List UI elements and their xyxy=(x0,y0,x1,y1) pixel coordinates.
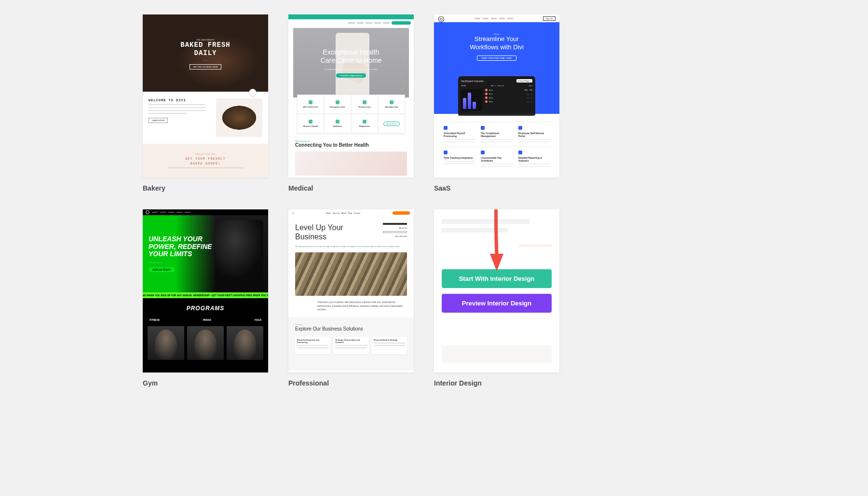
medical-bottom-image xyxy=(295,152,407,176)
medical-hero-sub: Providing world-class medical services t… xyxy=(325,68,377,70)
womens-health-icon xyxy=(309,120,312,124)
template-card-bakery[interactable]: ◎ Home About Menu Shop Blog Contact 📞 (5… xyxy=(143,14,268,192)
template-card-gym[interactable]: UNLEASH YOUR POWER, REDEFINE YOUR LIMITS… xyxy=(143,209,268,387)
pro-nav: ◎ Home Services About Blog Contact xyxy=(288,209,414,216)
saas-signup-button: Sign Up xyxy=(543,16,556,21)
feature-icon xyxy=(481,151,485,154)
bakery-bread-image xyxy=(216,98,262,137)
pro-side-label: About Us xyxy=(399,227,407,229)
saas-feature: Automated Payroll Processing xyxy=(444,132,475,138)
template-label-gym: Gym xyxy=(143,379,268,387)
bakery-stamp-icon xyxy=(249,89,257,96)
saas-feature: Time Tracking Integration xyxy=(444,156,475,159)
bakery-bottom: ORDER ONLINE GET YOUR FRESHLY BAKED GOOD… xyxy=(143,144,268,178)
feature-icon xyxy=(481,126,485,130)
template-thumb-professional[interactable]: ◎ Home Services About Blog Contact Level… xyxy=(288,209,414,372)
template-thumb-medical[interactable]: Exceptional Health Care Close to Home Pr… xyxy=(288,14,414,178)
template-thumb-saas[interactable]: ◎ Sign Up — Easy — Streamline Your Workf… xyxy=(434,14,559,178)
specialty-icon xyxy=(390,100,393,104)
feature-icon xyxy=(518,151,522,154)
gym-hero: UNLEASH YOUR POWER, REDEFINE YOUR LIMITS… xyxy=(143,215,268,292)
saas-feature: Tax Compliance Management xyxy=(481,132,512,138)
gym-tab: PRESS xyxy=(203,318,211,321)
medical-hero-title: Exceptional Health Care Close to Home xyxy=(321,48,382,65)
template-label-saas: SaaS xyxy=(434,184,559,192)
template-thumb-interior-design[interactable]: Start With Interior Design Preview Inter… xyxy=(434,209,559,372)
feature-icon xyxy=(444,126,448,130)
template-card-medical[interactable]: Exceptional Health Care Close to Home Pr… xyxy=(288,14,414,192)
template-card-interior-design[interactable]: Start With Interior Design Preview Inter… xyxy=(434,209,559,387)
feature-icon xyxy=(444,151,448,154)
bakery-hero-title: BAKED FRESH DAILY xyxy=(180,41,230,57)
saas-laptop-mockup: Dashboard Overview Create Report 820M Ma… xyxy=(458,76,535,116)
pro-hero-sub: We help your business succeed through th… xyxy=(288,245,414,248)
saas-dash-range: Mar 1 – Mar 14 xyxy=(491,84,504,87)
medical-cell: 24/7 Virtual Care xyxy=(303,106,318,108)
saas-nav: ◎ Sign Up xyxy=(434,14,559,22)
gym-tabs: FITNESS PRESS YOGA xyxy=(148,318,263,321)
medical-nav-cta-button xyxy=(392,21,411,25)
gym-program-image xyxy=(227,326,263,360)
pro-card: Brand Development and Positioning xyxy=(297,339,328,344)
medical-hero: Exceptional Health Care Close to Home Pr… xyxy=(293,28,409,97)
pro-copy: Transform your business with data-driven… xyxy=(288,301,414,317)
gym-hero-cta-button: JOIN US TODAY xyxy=(149,267,175,272)
bakery-learn-more-button: LEARN MORE xyxy=(149,118,168,123)
medical-cell: Specialty Care xyxy=(385,106,398,108)
gym-programs: PROGRAMS FITNESS PRESS YOGA xyxy=(143,298,268,372)
medical-bottom-title: Connecting You to Better Health xyxy=(295,142,407,148)
medical-cell: Women's Health xyxy=(303,125,318,127)
bakery-welcome-title: WELCOME TO DIVI xyxy=(149,98,212,102)
pro-hero-image xyxy=(295,252,407,296)
medical-all-services-button: All Services xyxy=(383,122,400,126)
pro-card: Financial Audit & Strategy xyxy=(374,339,405,341)
pro-about-link xyxy=(383,223,407,225)
emergency-icon xyxy=(336,100,339,104)
medical-bottom: Why Choose Us Connecting You to Better H… xyxy=(288,133,414,176)
saas-features-grid: Automated Payroll Processing Tax Complia… xyxy=(434,122,559,171)
gym-programs-title: PROGRAMS xyxy=(148,305,263,312)
preview-template-button[interactable]: Preview Interior Design xyxy=(442,294,552,313)
bakery-hero-subline: — • — xyxy=(203,59,208,61)
medical-cell: Pediatrics xyxy=(333,125,342,127)
pro-nav-cta-button xyxy=(393,211,410,215)
gym-athlete-image xyxy=(215,220,263,288)
pediatrics-icon xyxy=(336,120,339,124)
gym-program-image xyxy=(148,326,184,360)
saas-dash-list: Item409 760 Item— — Item— — Item— — xyxy=(485,89,532,111)
pro-services-link xyxy=(383,231,407,233)
feature-icon xyxy=(518,126,522,130)
gym-hero-sub: ——————— xyxy=(149,261,262,263)
saas-logo-icon: ◎ xyxy=(438,14,445,23)
medical-services-grid: 24/7 Virtual Care Emergency Care Primary… xyxy=(297,95,405,133)
medical-cell: Emergency Care xyxy=(330,106,345,108)
saas-hero-title: Streamline Your Workflows with Divi xyxy=(470,35,524,52)
saas-feature: Customizable Pay Schedules xyxy=(481,156,512,162)
template-card-professional[interactable]: ◎ Home Services About Blog Contact Level… xyxy=(288,209,414,387)
pro-hero: Level Up Your Business About Us View Ser… xyxy=(288,216,414,245)
template-thumb-bakery[interactable]: ◎ Home About Menu Shop Blog Contact 📞 (5… xyxy=(143,14,268,178)
medical-cell: Primary Care xyxy=(359,106,371,108)
bakery-mid: WELCOME TO DIVI LEARN MORE xyxy=(143,92,268,144)
medical-hero-cta-button: Schedule an Appointment xyxy=(336,73,366,78)
gym-program-image xyxy=(187,326,224,360)
start-with-template-button[interactable]: Start With Interior Design xyxy=(442,269,552,288)
diagnostics-icon xyxy=(363,120,366,124)
gym-tab: FITNESS xyxy=(149,318,160,321)
pro-logo-icon: ◎ xyxy=(292,212,294,214)
virtual-care-icon xyxy=(309,100,312,104)
template-label-interior-design: Interior Design xyxy=(434,379,559,387)
saas-dash-button: Create Report xyxy=(516,79,532,83)
pro-bottom-title: Explore Our Business Solutions xyxy=(295,326,407,332)
template-label-professional: Professional xyxy=(288,379,414,387)
saas-chart-icon xyxy=(461,89,482,111)
gym-nav xyxy=(143,209,268,215)
pro-hero-title: Level Up Your Business xyxy=(295,223,343,241)
template-card-saas[interactable]: ◎ Sign Up — Easy — Streamline Your Workf… xyxy=(434,14,559,192)
medical-nav xyxy=(288,19,414,26)
template-thumb-gym[interactable]: UNLEASH YOUR POWER, REDEFINE YOUR LIMITS… xyxy=(143,209,268,372)
pro-side-label: View Services xyxy=(395,235,407,237)
saas-dash-title: Dashboard Overview xyxy=(461,80,484,83)
saas-hero: — Easy — Streamline Your Workflows with … xyxy=(434,22,559,114)
bakery-hero-cta: SEE THE LIVE MENU HERE xyxy=(190,64,221,69)
